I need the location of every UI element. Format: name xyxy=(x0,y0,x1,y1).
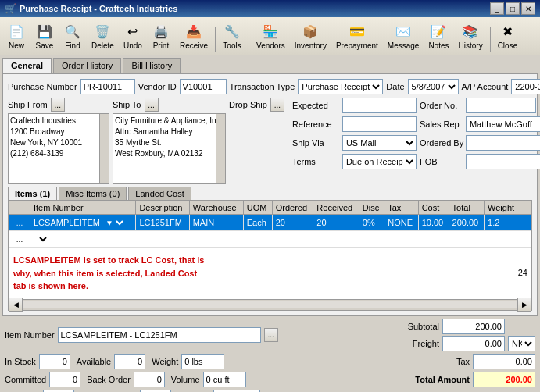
row-ellipsis[interactable]: ... xyxy=(13,216,27,230)
close-button[interactable]: ✖ Close xyxy=(494,20,522,52)
receive-button[interactable]: 📥 Receive xyxy=(176,20,212,52)
inventory-button[interactable]: 📦 Inventory xyxy=(291,20,331,52)
col-weight-hdr: Weight xyxy=(485,201,520,215)
drop-ship-ellipsis[interactable]: ... xyxy=(270,98,284,112)
cell-ordered: 20 xyxy=(272,215,313,231)
subtotal-input[interactable] xyxy=(442,319,505,334)
freight-row: Freight NK xyxy=(396,336,535,351)
scroll-right-btn[interactable]: ▶ xyxy=(517,298,531,312)
vendor-id-input[interactable] xyxy=(180,79,227,94)
ship-via-select[interactable]: US Mail xyxy=(342,135,417,151)
separator-1 xyxy=(215,27,216,52)
in-stock-label: In Stock xyxy=(5,357,36,366)
freight-account-select[interactable]: NK xyxy=(508,336,535,351)
available-input[interactable] xyxy=(114,354,145,369)
prepayment-icon: 💳 xyxy=(348,22,367,41)
weight-label: Weight xyxy=(152,357,178,366)
date-select[interactable]: 5/8/2007 xyxy=(408,79,459,94)
ship-to-ellipsis[interactable]: ... xyxy=(145,98,159,112)
location-field: Location xyxy=(177,390,260,393)
terms-select[interactable]: Due on Receipt xyxy=(342,154,417,169)
terms-row: Terms Due on Receipt FOB xyxy=(292,154,540,169)
committed-field: Committed xyxy=(5,372,80,387)
scroll-track[interactable] xyxy=(23,301,517,308)
table-row[interactable]: ... LCSAMPLEITEM ▼ LC1251FM MAIN Each 20… xyxy=(9,215,531,231)
ship-from-label: Ship From xyxy=(8,100,48,109)
expected-row: Expected Order No. xyxy=(292,98,540,113)
drop-ship-section: Drop Ship ... xyxy=(229,98,284,113)
ship-from-ellipsis[interactable]: ... xyxy=(51,98,65,112)
in-stock-input[interactable] xyxy=(39,354,70,369)
transaction-type-select[interactable]: Purchase Receipt xyxy=(298,79,383,94)
available-field: Available xyxy=(77,354,145,369)
maximize-button[interactable]: □ xyxy=(506,2,520,15)
history-button[interactable]: 📚 History xyxy=(455,20,487,52)
save-button[interactable]: 💾 Save xyxy=(31,20,58,52)
prepayment-button[interactable]: 💳 Prepayment xyxy=(332,20,382,52)
item-number-bottom-input[interactable] xyxy=(58,327,261,343)
available-label: Available xyxy=(77,357,111,366)
cell-weight: 1.2 xyxy=(485,215,520,231)
total-amount-row: Total Amount xyxy=(407,372,535,387)
notes-button[interactable]: 📝 Notes xyxy=(424,20,452,52)
tab-general[interactable]: General xyxy=(2,58,52,73)
total-amount-input[interactable] xyxy=(473,372,535,387)
col-ordered-hdr: Ordered xyxy=(272,201,313,215)
purchase-number-input[interactable] xyxy=(80,79,135,94)
find-button[interactable]: 🔍 Find xyxy=(59,20,86,52)
transaction-type-label: Transaction Type xyxy=(230,82,295,91)
ship-from-address: Craftech Industries1200 BroadwayNew York… xyxy=(8,113,109,184)
committed-input[interactable] xyxy=(49,372,80,387)
on-order-input[interactable] xyxy=(140,390,171,393)
tab-bill-history[interactable]: Bill History xyxy=(123,58,181,73)
fob-input[interactable] xyxy=(466,154,540,169)
location-input[interactable] xyxy=(213,390,260,393)
tab-order-history[interactable]: Order History xyxy=(53,58,121,73)
item-number-label: Item Number xyxy=(5,330,55,340)
reference-input[interactable] xyxy=(342,116,417,132)
item-number-bottom-ellipsis[interactable]: ... xyxy=(264,328,278,342)
scroll-left-btn[interactable]: ◀ xyxy=(9,298,23,312)
cell-description: LC1251FM xyxy=(136,215,189,231)
items-tab-items[interactable]: Items (1) xyxy=(8,187,57,200)
back-order-input[interactable] xyxy=(134,372,165,387)
order-no-input[interactable] xyxy=(466,98,536,113)
app-icon: 🛒 xyxy=(5,3,16,14)
ap-account-select[interactable]: 2200-01 xyxy=(511,79,540,94)
weight-input[interactable] xyxy=(181,354,224,369)
delete-button[interactable]: 🗑️ Delete xyxy=(88,20,118,52)
minimize-button[interactable]: _ xyxy=(490,2,504,15)
allocated-input[interactable] xyxy=(43,390,74,393)
info-message: LCSAMPLEITEM is set to track LC Cost, th… xyxy=(9,248,531,299)
message-button[interactable]: ✉️ Message xyxy=(384,20,424,52)
expected-input[interactable] xyxy=(342,98,417,113)
ordered-by-label: Ordered By xyxy=(420,138,463,148)
tax-input[interactable] xyxy=(473,354,535,369)
volume-input[interactable] xyxy=(203,372,246,387)
new-button[interactable]: 📄 New xyxy=(3,20,30,52)
close-window-button[interactable]: ✕ xyxy=(521,2,535,15)
empty-ctrl: ... xyxy=(9,231,30,248)
freight-input[interactable] xyxy=(442,336,505,351)
col-item-number xyxy=(9,201,30,215)
terms-label: Terms xyxy=(292,157,339,166)
items-tab-misc[interactable]: Misc Items (0) xyxy=(59,187,127,200)
save-icon: 💾 xyxy=(35,22,54,41)
empty-select[interactable] xyxy=(34,233,49,245)
sales-rep-select[interactable]: Matthew McGoff xyxy=(466,116,540,132)
item-number-select[interactable]: ▼ xyxy=(102,216,126,229)
message-icon: ✉️ xyxy=(394,22,413,41)
vendors-button[interactable]: 🏪 Vendors xyxy=(252,20,289,52)
empty-ellipsis[interactable]: ... xyxy=(13,232,27,246)
horiz-scrollbar[interactable]: ◀ ▶ xyxy=(9,299,531,310)
print-button[interactable]: 🖨️ Print xyxy=(148,20,174,52)
delete-icon: 🗑️ xyxy=(93,22,112,41)
items-tab-landed-cost[interactable]: Landed Cost xyxy=(128,187,191,200)
col-disc-hdr: Disc xyxy=(359,201,384,215)
items-tab-strip: Items (1) Misc Items (0) Landed Cost xyxy=(8,187,532,200)
undo-button[interactable]: ↩ Undo xyxy=(120,20,146,52)
date-label: Date xyxy=(386,82,404,91)
ordered-by-select[interactable] xyxy=(466,135,540,151)
col-tax-hdr: Tax xyxy=(384,201,418,215)
tools-button[interactable]: 🔧 Tools xyxy=(219,20,245,52)
